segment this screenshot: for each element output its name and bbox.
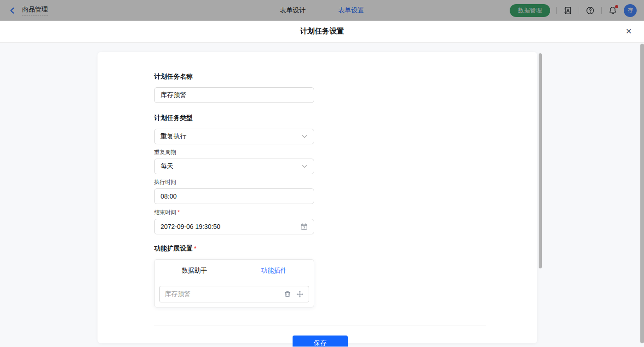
trash-icon <box>284 290 291 298</box>
end-time-label: 结束时间* <box>154 209 486 216</box>
end-time-input[interactable]: 2072-09-06 19:30:50 <box>154 219 314 234</box>
repeat-cycle-select[interactable]: 每天 <box>154 159 314 174</box>
divider <box>154 325 486 325</box>
required-mark: * <box>194 245 196 252</box>
end-time-value: 2072-09-06 19:30:50 <box>161 223 220 230</box>
task-name-input[interactable]: 库存预警 <box>154 87 314 103</box>
modal-scrollbar[interactable] <box>539 53 542 268</box>
delete-item-button[interactable] <box>284 290 291 298</box>
save-button[interactable]: 保存 <box>293 336 348 347</box>
task-name-value: 库存预警 <box>161 91 186 99</box>
extension-item-name: 库存预警 <box>165 290 190 298</box>
extension-label: 功能扩展设置* <box>154 245 486 253</box>
task-type-value: 重复执行 <box>161 132 186 141</box>
modal-overlay <box>0 0 644 21</box>
calendar-icon <box>300 223 308 230</box>
exec-time-input[interactable]: 08:00 <box>154 188 314 204</box>
task-name-label: 计划任务名称 <box>154 73 486 81</box>
settings-card: 计划任务名称 库存预警 计划任务类型 重复执行 重复周期 每天 <box>98 52 537 343</box>
modal-title: 计划任务设置 <box>300 27 344 36</box>
app-header: 商品管理 表单设计 表单设置 数据管理 <box>0 0 644 21</box>
move-icon <box>296 290 304 298</box>
task-type-select[interactable]: 重复执行 <box>154 129 314 144</box>
modal-body: 计划任务名称 库存预警 计划任务类型 重复执行 重复周期 每天 <box>0 43 644 347</box>
repeat-cycle-label: 重复周期 <box>154 148 486 156</box>
task-type-label: 计划任务类型 <box>154 114 486 122</box>
repeat-cycle-value: 每天 <box>161 162 173 171</box>
exec-time-label: 执行时间 <box>154 178 486 186</box>
tab-data-assistant[interactable]: 数据助手 <box>155 267 234 275</box>
tab-function-plugin[interactable]: 功能插件 <box>234 267 314 275</box>
extension-item[interactable]: 库存预警 <box>159 286 309 302</box>
required-mark: * <box>178 209 180 216</box>
move-item-handle[interactable] <box>296 290 304 298</box>
divider <box>159 281 309 281</box>
extension-panel: 数据助手 功能插件 库存预警 <box>154 259 314 307</box>
window-scrollbar[interactable] <box>640 44 644 343</box>
close-icon[interactable]: ✕ <box>626 27 632 37</box>
chevron-down-icon <box>301 133 308 140</box>
exec-time-value: 08:00 <box>161 193 177 200</box>
chevron-down-icon <box>301 163 308 170</box>
modal-header: 计划任务设置 ✕ <box>0 21 644 43</box>
